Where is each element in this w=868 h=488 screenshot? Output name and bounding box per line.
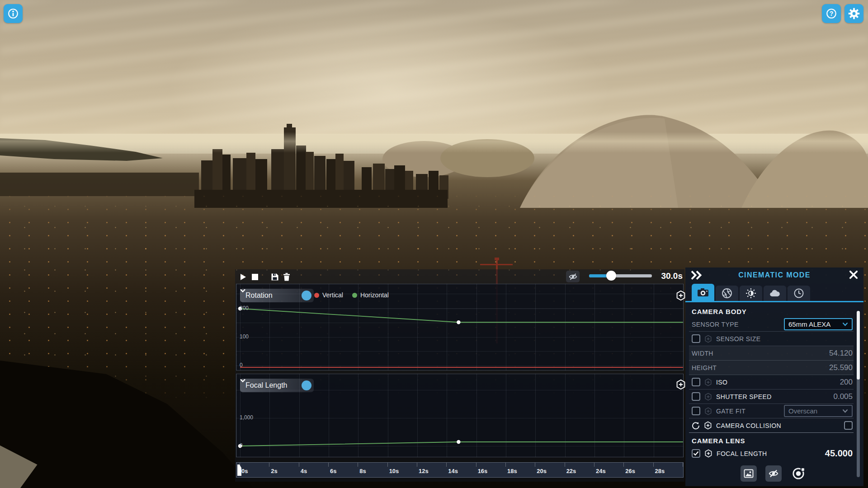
keyframe-hexagon-icon[interactable] <box>704 378 712 386</box>
panel-header: CINEMATIC MODE <box>685 267 863 284</box>
tab-weather[interactable] <box>764 286 786 301</box>
y-tick: 100 <box>240 333 249 340</box>
ruler-label: 26s <box>625 468 635 474</box>
record-button[interactable] <box>790 465 807 482</box>
stop-icon <box>252 274 258 280</box>
camera-icon <box>697 287 709 297</box>
tab-time[interactable] <box>788 286 810 301</box>
curve-horizontal[interactable] <box>240 309 683 322</box>
help-button[interactable]: ? <box>822 4 841 23</box>
rotation-graph[interactable]: 200 100 0 Rotation Vertical Horizontal <box>236 284 684 371</box>
cloud-icon <box>769 289 781 298</box>
ruler-label: 18s <box>507 468 517 474</box>
image-icon <box>744 469 754 478</box>
ruler-tick <box>358 463 358 467</box>
save-button[interactable] <box>269 272 280 282</box>
camera-collision-row: CAMERA COLLISION <box>689 418 854 433</box>
tab-aperture[interactable] <box>716 286 738 301</box>
delete-icon <box>283 273 290 281</box>
timeline-ruler[interactable]: 0s2s4s6s8s10s12s14s16s18s20s22s24s26s28s… <box>236 462 684 478</box>
stop-button[interactable] <box>250 272 260 282</box>
keyframe-hexagon-icon[interactable] <box>704 335 712 343</box>
ruler-label: 20s <box>537 468 547 474</box>
slider-thumb[interactable] <box>606 271 616 281</box>
iso-row: ISO 200 <box>689 375 854 389</box>
settings-button[interactable] <box>844 4 863 23</box>
clock-icon <box>793 288 804 299</box>
ruler-tick <box>594 463 594 467</box>
gate-fit-checkbox[interactable] <box>692 407 700 415</box>
svg-text:?: ? <box>830 10 834 17</box>
iso-value[interactable]: 200 <box>840 378 853 387</box>
cinematic-mode-panel: CINEMATIC MODE <box>685 267 863 486</box>
exposure-icon <box>745 288 756 299</box>
info-icon <box>7 8 19 19</box>
y-tick: 0 <box>240 362 243 368</box>
ruler-tick <box>653 463 654 467</box>
iso-checkbox[interactable] <box>692 378 700 386</box>
toggle-curves-visibility-button[interactable] <box>566 271 580 282</box>
game-viewport: ? <box>0 0 868 488</box>
legend-item: Vertical <box>314 291 343 299</box>
sensor-type-row: SENSOR TYPE 65mm ALEXA <box>689 317 854 332</box>
ruler-label: 14s <box>448 468 458 474</box>
shutter-speed-checkbox[interactable] <box>692 392 700 401</box>
timeline-toolbar: 30.0s <box>235 269 684 284</box>
ruler-tick <box>623 463 624 467</box>
add-keyframe-hexagon-icon <box>676 290 686 301</box>
gate-fit-row: GATE FIT Overscan <box>689 404 854 418</box>
keyframe-hexagon-icon[interactable] <box>704 449 712 458</box>
camera-collision-checkbox[interactable] <box>844 421 853 430</box>
section-header: CAMERA LENS <box>692 437 854 445</box>
tab-camera[interactable] <box>692 284 714 301</box>
play-icon <box>240 273 247 281</box>
panel-content: CAMERA BODY SENSOR TYPE 65mm ALEXA SENSO… <box>689 304 854 460</box>
keyframe-dot[interactable] <box>457 440 460 444</box>
ruler-tick <box>505 463 506 467</box>
keyframe-hexagon-icon[interactable] <box>704 407 712 415</box>
sensor-type-dropdown[interactable]: 65mm ALEXA <box>784 318 853 330</box>
eye-off-icon <box>569 273 577 281</box>
close-panel-button[interactable] <box>849 270 858 281</box>
focal-length-curve-dropdown[interactable]: Focal Length <box>240 379 314 392</box>
chevron-down-icon <box>842 322 848 326</box>
chevron-down-icon <box>302 380 311 390</box>
rotation-curve-dropdown[interactable]: Rotation <box>240 289 314 302</box>
scrollbar-thumb[interactable] <box>857 311 860 380</box>
legend-dot-vertical <box>314 293 319 298</box>
height-value: 25.590 <box>829 363 853 372</box>
panel-footer <box>685 465 863 483</box>
tab-exposure[interactable] <box>740 286 762 301</box>
eye-off-icon <box>769 469 778 478</box>
y-tick: 1,000 <box>240 414 253 421</box>
focal-length-value[interactable]: 45.000 <box>825 448 853 459</box>
record-icon <box>791 466 806 481</box>
width-value: 54.120 <box>829 349 853 358</box>
timeline-duration: 30.0s <box>661 271 683 281</box>
reset-icon[interactable] <box>692 422 700 430</box>
panel-title: CINEMATIC MODE <box>685 271 863 279</box>
playback-speed-slider[interactable] <box>589 274 652 277</box>
y-tick: 200 <box>240 305 249 311</box>
gate-fit-dropdown[interactable]: Overscan <box>784 405 853 417</box>
ruler-label: 8s <box>359 468 366 474</box>
delete-button[interactable] <box>281 272 292 282</box>
shutter-speed-value[interactable]: 0.005 <box>833 392 853 401</box>
tab-underline <box>685 301 863 302</box>
legend-item: Horizontal <box>352 291 389 299</box>
cinematic-timeline-panel: 30.0s 200 100 0 Rotation Vertical <box>235 269 684 482</box>
sensor-size-checkbox[interactable] <box>692 334 700 343</box>
focal-length-checkbox[interactable] <box>692 449 700 458</box>
hide-ui-button[interactable] <box>765 465 782 482</box>
play-button[interactable] <box>238 272 249 282</box>
keyframe-dot[interactable] <box>457 320 460 324</box>
add-keyframe-hexagon-icon <box>676 379 686 390</box>
keyframe-hexagon-icon[interactable] <box>704 393 712 401</box>
info-button[interactable] <box>4 4 23 23</box>
screenshot-button[interactable] <box>741 465 757 482</box>
keyframe-hexagon-icon[interactable] <box>704 421 712 430</box>
curve-focal-length[interactable] <box>240 442 683 446</box>
ruler-tick <box>387 463 388 467</box>
focal-length-graph[interactable]: 1,000 0 Focal Length <box>236 374 684 457</box>
ruler-tick <box>446 463 447 467</box>
